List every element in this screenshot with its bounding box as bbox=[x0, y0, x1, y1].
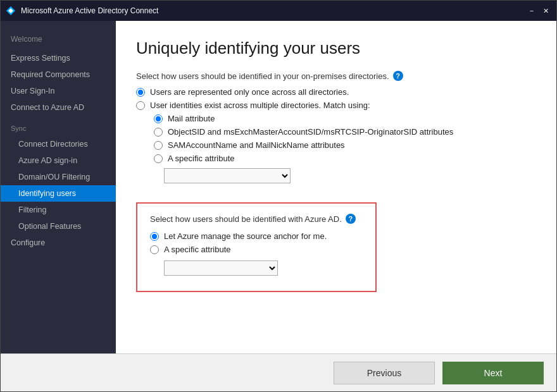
sidebar-item-optional-features[interactable]: Optional Features bbox=[1, 218, 116, 235]
title-bar: Microsoft Azure Active Directory Connect… bbox=[1, 1, 556, 21]
sidebar-sync-header: Sync bbox=[1, 121, 116, 136]
option-samaccount[interactable]: SAMAccountName and MailNickName attribut… bbox=[154, 140, 536, 150]
close-button[interactable]: ✕ bbox=[540, 5, 551, 16]
sidebar-item-welcome: Welcome bbox=[1, 31, 116, 47]
radio-specific-attr-azure[interactable] bbox=[150, 245, 159, 254]
window-controls: − ✕ bbox=[526, 5, 551, 16]
previous-button[interactable]: Previous bbox=[334, 362, 435, 384]
content-area: Welcome Express Settings Required Compon… bbox=[1, 21, 556, 353]
on-prem-radio-group: Users are represented only once across a… bbox=[136, 87, 536, 187]
option-objectsid[interactable]: ObjectSID and msExchMasterAccountSID/msR… bbox=[154, 127, 536, 137]
azure-ad-section-label: Select how users should be identified wi… bbox=[150, 214, 363, 224]
sidebar-item-identifying-users[interactable]: Identifying users bbox=[1, 185, 116, 202]
azure-ad-help-icon[interactable]: ? bbox=[346, 214, 356, 224]
option-let-azure[interactable]: Let Azure manage the source anchor for m… bbox=[150, 231, 363, 241]
option-multiple-dirs[interactable]: User identities exist across multiple di… bbox=[136, 101, 536, 110]
on-prem-help-icon[interactable]: ? bbox=[393, 71, 403, 81]
azure-specific-attr-dropdown[interactable] bbox=[164, 260, 278, 276]
radio-once-across[interactable] bbox=[136, 88, 145, 97]
option-once-across[interactable]: Users are represented only once across a… bbox=[136, 87, 536, 97]
main-content: Uniquely identifying your users Select h… bbox=[116, 21, 556, 353]
sidebar-item-domain-ou-filtering[interactable]: Domain/OU Filtering bbox=[1, 169, 116, 185]
sidebar-item-configure[interactable]: Configure bbox=[1, 235, 116, 251]
radio-multiple-dirs[interactable] bbox=[136, 101, 145, 110]
sidebar-item-express-settings[interactable]: Express Settings bbox=[1, 50, 116, 66]
sidebar: Welcome Express Settings Required Compon… bbox=[1, 21, 116, 353]
radio-objectsid[interactable] bbox=[154, 128, 163, 137]
radio-mail-attr[interactable] bbox=[154, 114, 163, 123]
sidebar-item-user-sign-in[interactable]: User Sign-In bbox=[1, 83, 116, 99]
next-button[interactable]: Next bbox=[442, 362, 544, 384]
main-window: Microsoft Azure Active Directory Connect… bbox=[0, 0, 557, 392]
sidebar-item-azure-ad-sign-in[interactable]: Azure AD sign-in bbox=[1, 152, 116, 169]
azure-ad-radio-group: Let Azure manage the source anchor for m… bbox=[150, 231, 363, 276]
option-specific-attr-azure[interactable]: A specific attribute bbox=[150, 245, 363, 254]
radio-specific-attr[interactable] bbox=[154, 154, 163, 163]
sidebar-item-filtering[interactable]: Filtering bbox=[1, 202, 116, 218]
option-specific-attr[interactable]: A specific attribute bbox=[154, 154, 536, 163]
minimize-button[interactable]: − bbox=[526, 5, 537, 16]
sidebar-item-required-components[interactable]: Required Components bbox=[1, 66, 116, 83]
azure-ad-section: Select how users should be identified wi… bbox=[136, 202, 377, 292]
sidebar-item-connect-directories[interactable]: Connect Directories bbox=[1, 136, 116, 152]
option-mail-attr[interactable]: Mail attribute bbox=[154, 114, 536, 123]
app-icon bbox=[6, 6, 16, 16]
footer: Previous Next bbox=[1, 353, 556, 391]
on-prem-section-label: Select how users should be identified in… bbox=[136, 71, 536, 81]
window-title: Microsoft Azure Active Directory Connect bbox=[21, 6, 526, 15]
sidebar-item-connect-azure-ad[interactable]: Connect to Azure AD bbox=[1, 99, 116, 116]
specific-attr-dropdown[interactable] bbox=[164, 168, 291, 183]
page-title: Uniquely identifying your users bbox=[136, 39, 536, 58]
radio-samaccount[interactable] bbox=[154, 141, 163, 150]
radio-let-azure[interactable] bbox=[150, 232, 159, 241]
